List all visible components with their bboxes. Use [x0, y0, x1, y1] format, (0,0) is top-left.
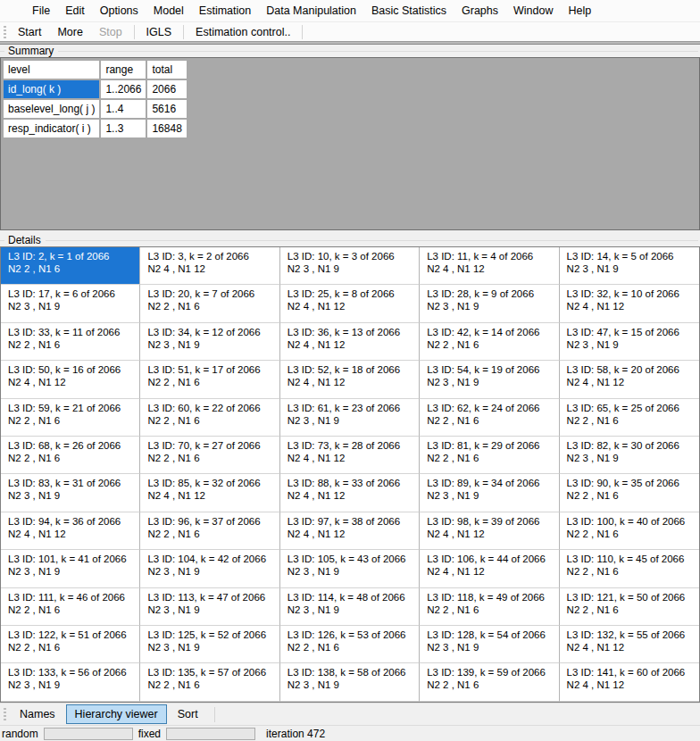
detail-cell[interactable]: L3 ID: 10, k = 3 of 2066N2 3 , N1 9 — [280, 247, 420, 285]
summary-row-id-long-k[interactable]: id_long( k )1..20662066 — [4, 80, 187, 98]
level-cell[interactable]: id_long( k ) — [4, 80, 99, 98]
detail-cell[interactable]: L3 ID: 83, k = 31 of 2066N2 3 , N1 9 — [1, 474, 140, 512]
summary-row-resp-indicator-i[interactable]: resp_indicator( i )1..316848 — [4, 120, 187, 137]
detail-cell[interactable]: L3 ID: 73, k = 28 of 2066N2 4 , N1 12 — [280, 437, 420, 474]
tabbar-grip-icon[interactable] — [4, 708, 6, 720]
level-cell[interactable]: baselevel_long( j ) — [4, 100, 99, 118]
detail-cell[interactable]: L3 ID: 82, k = 30 of 2066N2 3 , N1 9 — [560, 437, 699, 474]
menu-model[interactable]: Model — [146, 2, 191, 20]
detail-cell[interactable]: L3 ID: 126, k = 53 of 2066N2 2 , N1 6 — [280, 626, 420, 663]
detail-cell[interactable]: L3 ID: 60, k = 22 of 2066N2 2 , N1 6 — [140, 399, 279, 437]
detail-cell[interactable]: L3 ID: 34, k = 12 of 2066N2 3 , N1 9 — [140, 323, 279, 361]
detail-cell[interactable]: L3 ID: 106, k = 44 of 2066N2 4 , N1 12 — [420, 550, 559, 587]
menu-file[interactable]: File — [25, 2, 57, 20]
range-cell[interactable]: 1..2066 — [101, 80, 146, 98]
menu-graphs[interactable]: Graphs — [454, 2, 505, 20]
detail-cell[interactable]: L3 ID: 132, k = 55 of 2066N2 4 , N1 12 — [560, 626, 699, 663]
detail-cell[interactable]: L3 ID: 101, k = 41 of 2066N2 3 , N1 9 — [1, 550, 140, 587]
detail-cell[interactable]: L3 ID: 111, k = 46 of 2066N2 2 , N1 6 — [1, 588, 140, 626]
detail-cell[interactable]: L3 ID: 54, k = 19 of 2066N2 3 , N1 9 — [420, 361, 559, 398]
detail-cell[interactable]: L3 ID: 62, k = 24 of 2066N2 2 , N1 6 — [420, 399, 559, 437]
detail-cell[interactable]: L3 ID: 94, k = 36 of 2066N2 4 , N1 12 — [1, 512, 140, 550]
detail-cell[interactable]: L3 ID: 85, k = 32 of 2066N2 4 , N1 12 — [140, 474, 279, 512]
detail-cell[interactable]: L3 ID: 138, k = 58 of 2066N2 3 , N1 9 — [280, 663, 420, 701]
total-cell[interactable]: 2066 — [147, 80, 186, 98]
igls-button[interactable]: IGLS — [139, 23, 179, 41]
detail-cell[interactable]: L3 ID: 110, k = 45 of 2066N2 2 , N1 6 — [560, 550, 699, 587]
detail-cell[interactable]: L3 ID: 89, k = 34 of 2066N2 3 , N1 9 — [420, 474, 559, 512]
detail-cell[interactable]: L3 ID: 114, k = 48 of 2066N2 3 , N1 9 — [280, 588, 420, 626]
detail-cell[interactable]: L3 ID: 20, k = 7 of 2066N2 2 , N1 6 — [140, 285, 279, 322]
detail-cell[interactable]: L3 ID: 14, k = 5 of 2066N2 3 , N1 9 — [560, 247, 699, 285]
detail-cell[interactable]: L3 ID: 50, k = 16 of 2066N2 4 , N1 12 — [1, 361, 140, 398]
detail-cell[interactable]: L3 ID: 11, k = 4 of 2066N2 4 , N1 12 — [420, 247, 559, 285]
detail-cell[interactable]: L3 ID: 90, k = 35 of 2066N2 2 , N1 6 — [560, 474, 699, 512]
detail-cell[interactable]: L3 ID: 28, k = 9 of 2066N2 3 , N1 9 — [420, 285, 559, 322]
detail-cell-id-line: L3 ID: 58, k = 20 of 2066 — [567, 363, 696, 376]
tab-names[interactable]: Names — [11, 704, 64, 724]
detail-cell[interactable]: L3 ID: 100, k = 40 of 2066N2 2 , N1 6 — [560, 512, 699, 550]
detail-cell[interactable]: L3 ID: 3, k = 2 of 2066N2 4 , N1 12 — [140, 247, 279, 285]
detail-cell[interactable]: L3 ID: 42, k = 14 of 2066N2 2 , N1 6 — [420, 323, 559, 361]
menu-estimation[interactable]: Estimation — [192, 2, 258, 20]
detail-cell[interactable]: L3 ID: 52, k = 18 of 2066N2 4 , N1 12 — [280, 361, 420, 398]
tab-hierarchy-viewer[interactable]: Hierarchy viewer — [66, 704, 167, 724]
detail-cell[interactable]: L3 ID: 97, k = 38 of 2066N2 4 , N1 12 — [280, 512, 420, 550]
stop-button[interactable]: Stop — [92, 23, 129, 41]
detail-cell[interactable]: L3 ID: 47, k = 15 of 2066N2 3 , N1 9 — [560, 323, 699, 361]
summary-row-baselevel-long-j[interactable]: baselevel_long( j )1..45616 — [4, 100, 187, 118]
detail-cell[interactable]: L3 ID: 141, k = 60 of 2066N2 4 , N1 12 — [560, 663, 699, 701]
detail-cell[interactable]: L3 ID: 133, k = 56 of 2066N2 3 , N1 9 — [1, 663, 140, 701]
tab-sort[interactable]: Sort — [169, 704, 207, 724]
detail-cell-count-line: N2 4 , N1 12 — [427, 565, 554, 578]
detail-cell[interactable]: L3 ID: 98, k = 39 of 2066N2 4 , N1 12 — [420, 512, 559, 550]
detail-cell-count-line: N2 3 , N1 9 — [8, 565, 136, 578]
detail-cell[interactable]: L3 ID: 59, k = 21 of 2066N2 2 , N1 6 — [1, 399, 140, 437]
detail-cell[interactable]: L3 ID: 2, k = 1 of 2066N2 2 , N1 6 — [1, 247, 140, 285]
start-button[interactable]: Start — [11, 23, 48, 41]
level-cell[interactable]: resp_indicator( i ) — [4, 120, 99, 137]
detail-cell[interactable]: L3 ID: 135, k = 57 of 2066N2 2 , N1 6 — [140, 663, 279, 701]
total-cell[interactable]: 5616 — [147, 100, 186, 118]
detail-cell[interactable]: L3 ID: 61, k = 23 of 2066N2 3 , N1 9 — [280, 399, 420, 437]
detail-cell[interactable]: L3 ID: 105, k = 43 of 2066N2 3 , N1 9 — [280, 550, 420, 587]
detail-cell[interactable]: L3 ID: 81, k = 29 of 2066N2 2 , N1 6 — [420, 437, 559, 474]
detail-cell[interactable]: L3 ID: 51, k = 17 of 2066N2 2 , N1 6 — [140, 361, 279, 398]
detail-cell-count-line: N2 4 , N1 12 — [567, 679, 696, 691]
detail-cell[interactable]: L3 ID: 68, k = 26 of 2066N2 2 , N1 6 — [1, 437, 140, 474]
range-cell[interactable]: 1..4 — [101, 100, 146, 118]
menu-edit[interactable]: Edit — [58, 2, 92, 20]
detail-cell[interactable]: L3 ID: 88, k = 33 of 2066N2 4 , N1 12 — [280, 474, 420, 512]
detail-cell[interactable]: L3 ID: 118, k = 49 of 2066N2 2 , N1 6 — [420, 588, 559, 626]
toolbar-separator — [302, 25, 303, 39]
detail-cell[interactable]: L3 ID: 104, k = 42 of 2066N2 3 , N1 9 — [140, 550, 279, 587]
detail-cell[interactable]: L3 ID: 25, k = 8 of 2066N2 4 , N1 12 — [280, 285, 420, 322]
detail-cell[interactable]: L3 ID: 121, k = 50 of 2066N2 2 , N1 6 — [560, 588, 699, 626]
detail-cell[interactable]: L3 ID: 113, k = 47 of 2066N2 3 , N1 9 — [140, 588, 279, 626]
detail-cell[interactable]: L3 ID: 125, k = 52 of 2066N2 3 , N1 9 — [140, 626, 279, 663]
detail-cell[interactable]: L3 ID: 32, k = 10 of 2066N2 4 , N1 12 — [560, 285, 699, 322]
detail-cell[interactable]: L3 ID: 96, k = 37 of 2066N2 2 , N1 6 — [140, 512, 279, 550]
range-cell[interactable]: 1..3 — [101, 120, 146, 137]
detail-cell[interactable]: L3 ID: 122, k = 51 of 2066N2 2 , N1 6 — [1, 626, 140, 663]
menu-help[interactable]: Help — [562, 2, 599, 20]
menu-data-manipulation[interactable]: Data Manipulation — [259, 2, 363, 20]
menu-window[interactable]: Window — [506, 2, 560, 20]
detail-cell[interactable]: L3 ID: 70, k = 27 of 2066N2 2 , N1 6 — [140, 437, 279, 474]
detail-cell[interactable]: L3 ID: 36, k = 13 of 2066N2 4 , N1 12 — [280, 323, 420, 361]
detail-cell[interactable]: L3 ID: 33, k = 11 of 2066N2 2 , N1 6 — [1, 323, 140, 361]
details-group-label: Details — [0, 234, 700, 246]
detail-cell[interactable]: L3 ID: 128, k = 54 of 2066N2 3 , N1 9 — [420, 626, 559, 663]
detail-cell[interactable]: L3 ID: 139, k = 59 of 2066N2 2 , N1 6 — [420, 663, 559, 701]
menu-options[interactable]: Options — [93, 2, 146, 20]
toolbar-grip-icon[interactable] — [4, 26, 6, 38]
total-cell[interactable]: 16848 — [147, 120, 186, 137]
detail-cell-count-line: N2 2 , N1 6 — [567, 414, 696, 427]
more-button[interactable]: More — [50, 23, 89, 41]
detail-cell[interactable]: L3 ID: 58, k = 20 of 2066N2 4 , N1 12 — [560, 361, 699, 398]
detail-cell[interactable]: L3 ID: 65, k = 25 of 2066N2 2 , N1 6 — [560, 399, 699, 437]
detail-cell[interactable]: L3 ID: 17, k = 6 of 2066N2 3 , N1 9 — [1, 285, 140, 322]
detail-cell-id-line: L3 ID: 98, k = 39 of 2066 — [427, 515, 554, 528]
menu-basic-statistics[interactable]: Basic Statistics — [364, 2, 454, 20]
estimation-control-button[interactable]: Estimation control.. — [188, 23, 297, 41]
